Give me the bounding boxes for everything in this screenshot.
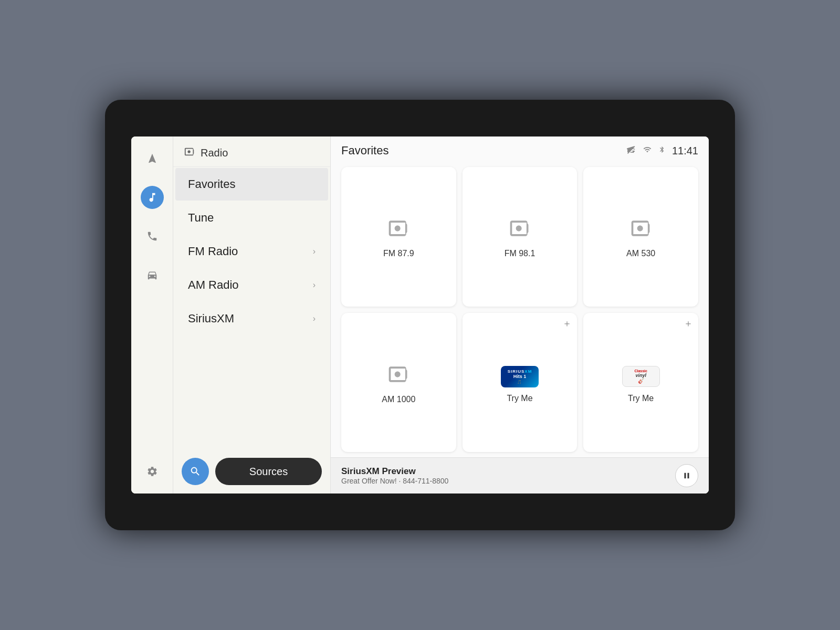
- menu-header: Radio: [173, 136, 330, 167]
- fav-card-label-tryme1: Try Me: [507, 394, 532, 403]
- menu-item-favorites-label: Favorites: [188, 177, 235, 191]
- phone-icon[interactable]: [141, 225, 164, 248]
- menu-item-tune[interactable]: Tune: [175, 202, 328, 234]
- menu-item-siriusxm-label: SiriusXM: [188, 312, 234, 326]
- bluetooth-icon: [658, 144, 666, 157]
- no-signal-icon: [626, 146, 636, 156]
- radio-icon: [508, 217, 531, 245]
- status-time: 11:41: [672, 145, 698, 157]
- preview-title: SiriusXM Preview: [341, 466, 448, 477]
- siriusxm-logo: SIRIUSXM Hits 1 🎵: [499, 363, 541, 390]
- content-panel: Favorites 11:41: [331, 136, 709, 494]
- menu-bottom: Sources: [173, 449, 330, 494]
- menu-item-fm-label: FM Radio: [188, 245, 238, 258]
- device: Radio Favorites Tune FM Radio › AM Radio…: [105, 100, 735, 530]
- add-icon[interactable]: ＋: [562, 317, 572, 330]
- add-icon[interactable]: ＋: [684, 317, 693, 330]
- favorite-tryme2[interactable]: ＋ Classic vinyl 🎸 Try Me: [583, 313, 698, 453]
- music-icon[interactable]: [141, 186, 164, 209]
- classic-vinyl-logo: Classic vinyl 🎸: [620, 363, 662, 390]
- wifi-icon: [643, 145, 652, 156]
- menu-item-am-radio[interactable]: AM Radio ›: [175, 269, 328, 301]
- radio-icon: [387, 363, 410, 391]
- preview-subtitle: Great Offer Now! · 844-711-8800: [341, 477, 448, 485]
- menu-item-fm-radio[interactable]: FM Radio ›: [175, 235, 328, 268]
- fav-card-label-am530: AM 530: [626, 249, 655, 258]
- status-bar: 11:41: [626, 144, 698, 157]
- radio-header-icon: [184, 146, 195, 160]
- sidebar: [131, 136, 173, 494]
- menu-list: Favorites Tune FM Radio › AM Radio › Sir…: [173, 167, 330, 449]
- pause-button[interactable]: [675, 464, 698, 487]
- chevron-right-icon: ›: [313, 247, 316, 256]
- favorite-am1000[interactable]: AM 1000: [341, 313, 456, 453]
- preview-info: SiriusXM Preview Great Offer Now! · 844-…: [341, 466, 448, 485]
- search-button[interactable]: [182, 458, 209, 485]
- navigation-icon[interactable]: [141, 147, 164, 170]
- fav-card-label-fm879: FM 87.9: [383, 249, 414, 258]
- chevron-right-icon: ›: [313, 314, 316, 323]
- menu-item-favorites[interactable]: Favorites: [175, 168, 328, 201]
- favorites-grid: FM 87.9 FM 98.1 AM 530: [331, 162, 709, 457]
- settings-icon[interactable]: [141, 460, 164, 483]
- sources-button[interactable]: Sources: [215, 458, 322, 485]
- fav-card-label-am1000: AM 1000: [382, 395, 415, 404]
- screen: Radio Favorites Tune FM Radio › AM Radio…: [131, 136, 709, 494]
- radio-icon: [387, 217, 410, 245]
- favorite-fm879[interactable]: FM 87.9: [341, 167, 456, 307]
- favorite-tryme1[interactable]: ＋ SIRIUSXM Hits 1 🎵 Try Me: [463, 313, 578, 453]
- favorite-fm981[interactable]: FM 98.1: [463, 167, 578, 307]
- content-header: Favorites 11:41: [331, 136, 709, 162]
- fav-card-label-tryme2: Try Me: [628, 394, 654, 403]
- favorite-am530[interactable]: AM 530: [583, 167, 698, 307]
- radio-icon: [629, 217, 653, 245]
- fav-card-label-fm981: FM 98.1: [505, 249, 536, 258]
- preview-bar: SiriusXM Preview Great Offer Now! · 844-…: [331, 457, 709, 494]
- chevron-right-icon: ›: [313, 280, 316, 290]
- menu-item-siriusxm[interactable]: SiriusXM ›: [175, 302, 328, 335]
- content-title: Favorites: [341, 144, 388, 158]
- menu-item-tune-label: Tune: [188, 211, 214, 225]
- car-icon[interactable]: [141, 264, 164, 287]
- menu-title: Radio: [201, 147, 228, 159]
- menu-item-am-label: AM Radio: [188, 278, 239, 292]
- menu-panel: Radio Favorites Tune FM Radio › AM Radio…: [173, 136, 331, 494]
